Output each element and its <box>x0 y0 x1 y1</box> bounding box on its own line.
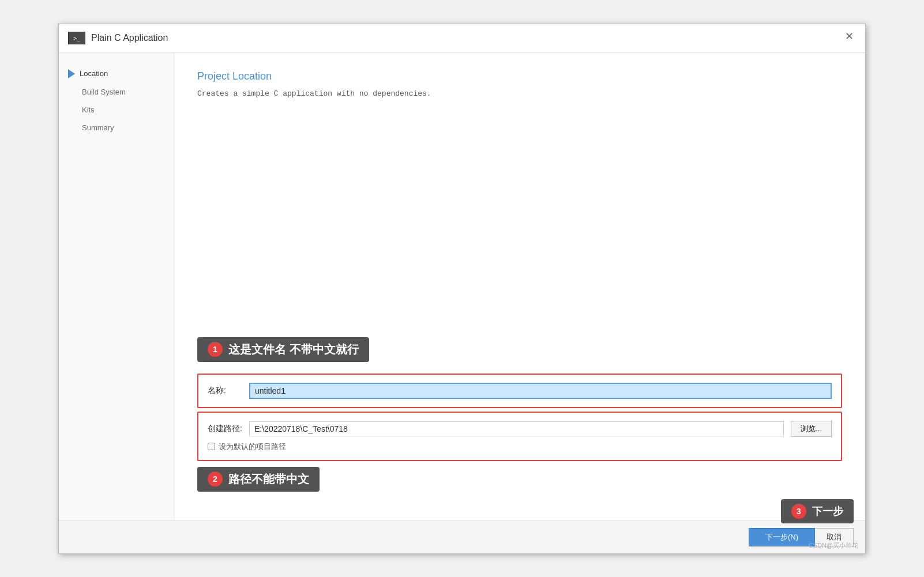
bubble-number-3: 3 <box>791 504 806 519</box>
annotation-bubble-1: 1 这是文件名 不带中文就行 <box>197 337 369 362</box>
path-field-box: 创建路径: 浏览... 设为默认的项目路径 <box>197 412 842 461</box>
bubble-number-2: 2 <box>208 472 223 487</box>
section-description: Creates a simple C application with no d… <box>197 89 842 98</box>
sidebar-item-build-system[interactable]: Build System <box>59 83 174 101</box>
content-area: Location Build System Kits Summary Proje… <box>59 53 865 521</box>
name-label: 名称: <box>208 386 242 396</box>
sidebar-item-summary[interactable]: Summary <box>59 119 174 137</box>
bubble-number-1: 1 <box>208 342 223 357</box>
dialog-title: Plain C Application <box>91 33 168 43</box>
default-path-label: 设为默认的项目路径 <box>219 442 286 452</box>
name-field-box: 名称: <box>197 374 842 408</box>
annotation-bubble-3: 3 下一步 <box>781 499 854 523</box>
sidebar-label-kits: Kits <box>82 105 95 114</box>
sidebar-label-build-system: Build System <box>82 88 126 96</box>
sidebar-label-location: Location <box>80 69 108 78</box>
next-button[interactable]: 下一步(N) <box>749 528 815 546</box>
watermark: CSDN@买小兰花 <box>809 541 858 550</box>
sidebar-label-summary: Summary <box>82 123 114 132</box>
section-title: Project Location <box>197 70 842 82</box>
close-button[interactable]: ✕ <box>842 30 857 43</box>
main-content: Project Location Creates a simple C appl… <box>174 53 865 521</box>
path-field-row: 创建路径: 浏览... <box>208 421 832 437</box>
path-label: 创建路径: <box>208 424 242 434</box>
bottom-bar: 3 下一步 下一步(N) 取消 <box>59 521 865 553</box>
sidebar: Location Build System Kits Summary <box>59 53 174 521</box>
annotation-bubble-2: 2 路径不能带中文 <box>197 467 320 492</box>
sidebar-item-location[interactable]: Location <box>59 65 174 83</box>
bubble-text-3: 下一步 <box>812 504 843 518</box>
name-input[interactable] <box>249 383 832 399</box>
annotation-2-row: 2 路径不能带中文 <box>197 467 842 499</box>
active-arrow-icon <box>68 69 75 78</box>
sidebar-item-kits[interactable]: Kits <box>59 101 174 119</box>
default-path-row: 设为默认的项目路径 <box>208 442 832 452</box>
bubble-text-2: 路径不能带中文 <box>228 472 309 487</box>
new-project-dialog: >_ Plain C Application ✕ Location Build … <box>58 24 866 554</box>
browse-button[interactable]: 浏览... <box>791 421 832 437</box>
title-bar: >_ Plain C Application ✕ <box>59 24 865 53</box>
bubble-text-1: 这是文件名 不带中文就行 <box>228 342 359 357</box>
app-icon: >_ <box>68 32 85 44</box>
default-path-checkbox[interactable] <box>208 443 215 450</box>
name-field-row: 名称: <box>208 383 832 399</box>
path-input[interactable] <box>249 421 784 436</box>
